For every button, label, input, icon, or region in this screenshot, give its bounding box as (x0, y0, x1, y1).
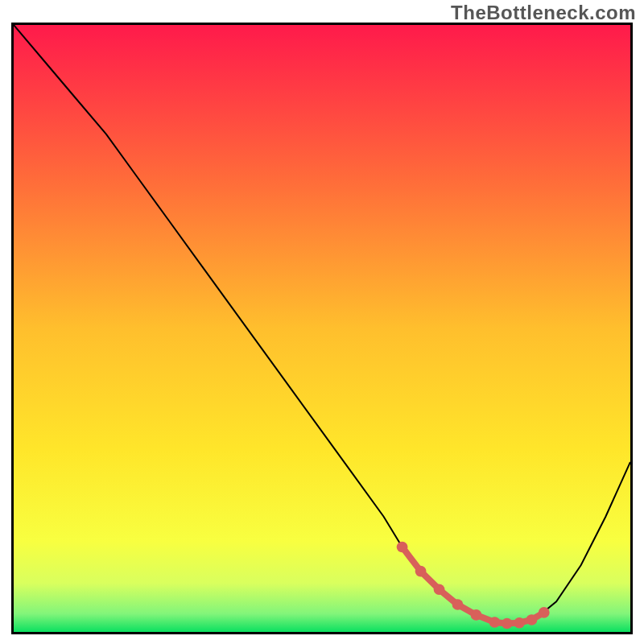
optimal-dot (397, 542, 408, 553)
optimal-zone-dots (397, 542, 550, 630)
optimal-dot (489, 617, 501, 628)
optimal-dot (539, 607, 550, 618)
watermark-text: TheBottleneck.com (451, 2, 636, 24)
chart-frame: TheBottleneck.com (0, 0, 644, 644)
optimal-dot (471, 609, 482, 621)
optimal-dot (514, 617, 525, 629)
optimal-dot (434, 584, 445, 595)
optimal-dot (502, 618, 513, 630)
optimal-dot (415, 566, 427, 577)
optimal-dot (526, 614, 538, 625)
plot-area (11, 23, 633, 634)
curve-layer (14, 25, 630, 632)
optimal-dot (452, 599, 464, 610)
bottleneck-curve (14, 25, 630, 623)
